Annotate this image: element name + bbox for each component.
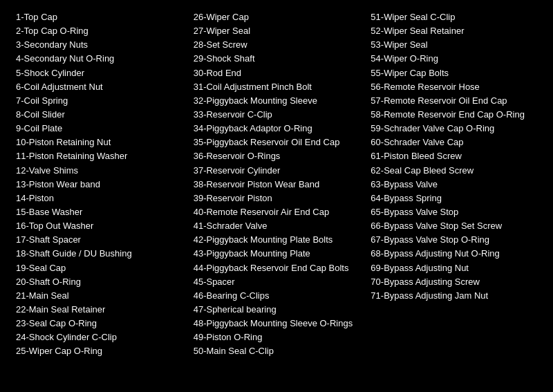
column-3: 51-Wiper Seal C-Clip52-Wiper Seal Retain… (365, 7, 543, 362)
list-item: 42-Piggyback Mounting Plate Bolts (194, 233, 360, 247)
list-item: 30-Rod End (194, 66, 360, 80)
list-item: 39-Reservoir Piston (194, 192, 360, 205)
list-item: 45-Spacer (194, 275, 360, 289)
list-item: 1-Top Cap (16, 10, 182, 24)
list-item: 8-Coil Slider (16, 108, 182, 122)
list-item: 6-Coil Adjustment Nut (16, 80, 182, 94)
list-item: 64-Bypass Spring (371, 192, 537, 205)
list-item: 11-Piston Retaining Washer (16, 149, 182, 163)
list-item: 18-Shaft Guide / DU Bushing (16, 247, 182, 261)
list-item: 28-Set Screw (194, 38, 360, 52)
parts-list: 1-Top Cap2-Top Cap O-Ring3-Secondary Nut… (10, 7, 543, 362)
list-item: 44-Piggyback Reservoir End Cap Bolts (194, 261, 360, 275)
list-item: 5-Shock Cylinder (16, 66, 182, 80)
list-item: 2-Top Cap O-Ring (16, 24, 182, 38)
list-item: 3-Secondary Nuts (16, 38, 182, 52)
list-item: 36-Reservoir O-Rings (194, 149, 360, 163)
list-item: 55-Wiper Cap Bolts (371, 66, 537, 80)
list-item: 40-Remote Reservoir Air End Cap (194, 205, 360, 219)
list-item: 48-Piggyback Mounting Sleeve O-Rings (194, 317, 360, 330)
list-item: 38-Reservoir Piston Wear Band (194, 178, 360, 192)
list-item: 21-Main Seal (16, 289, 182, 303)
list-item: 33-Reservoir C-Clip (194, 108, 360, 122)
list-item: 26-Wiper Cap (194, 10, 360, 24)
list-item: 69-Bypass Adjusting Nut (371, 261, 537, 275)
list-item: 52-Wiper Seal Retainer (371, 24, 537, 38)
list-item: 59-Schrader Valve Cap O-Ring (371, 122, 537, 136)
list-item: 49-Piston O-Ring (194, 330, 360, 344)
list-item: 27-Wiper Seal (194, 24, 360, 38)
list-item: 29-Shock Shaft (194, 52, 360, 66)
list-item: 32-Piggyback Mounting Sleeve (194, 94, 360, 108)
list-item: 23-Seal Cap O-Ring (16, 317, 182, 330)
list-item: 15-Base Washer (16, 205, 182, 219)
list-item: 68-Bypass Adjusting Nut O-Ring (371, 247, 537, 261)
list-item: 37-Reservoir Cylinder (194, 164, 360, 178)
list-item: 35-Piggyback Reservoir Oil End Cap (194, 136, 360, 149)
list-item: 47-Spherical bearing (194, 303, 360, 317)
list-item: 31-Coil Adjustment Pinch Bolt (194, 80, 360, 94)
list-item: 67-Bypass Valve Stop O-Ring (371, 233, 537, 247)
list-item: 57-Remote Reservoir Oil End Cap (371, 94, 537, 108)
list-item: 56-Remote Reservoir Hose (371, 80, 537, 94)
list-item: 54-Wiper O-Ring (371, 52, 537, 66)
list-item: 22-Main Seal Retainer (16, 303, 182, 317)
list-item: 50-Main Seal C-Clip (194, 344, 360, 358)
list-item: 66-Bypass Valve Stop Set Screw (371, 219, 537, 233)
list-item: 9-Coil Plate (16, 122, 182, 136)
list-item: 7-Coil Spring (16, 94, 182, 108)
list-item: 25-Wiper Cap O-Ring (16, 344, 182, 358)
list-item: 24-Shock Cylinder C-Clip (16, 330, 182, 344)
column-1: 1-Top Cap2-Top Cap O-Ring3-Secondary Nut… (10, 7, 188, 362)
list-item: 71-Bypass Adjusting Jam Nut (371, 289, 537, 303)
list-item: 34-Piggyback Adaptor O-Ring (194, 122, 360, 136)
list-item: 20-Shaft O-Ring (16, 275, 182, 289)
list-item: 63-Bypass Valve (371, 178, 537, 192)
list-item: 65-Bypass Valve Stop (371, 205, 537, 219)
list-item: 46-Bearing C-Clips (194, 289, 360, 303)
list-item: 58-Remote Reservoir End Cap O-Ring (371, 108, 537, 122)
list-item: 14-Piston (16, 192, 182, 205)
list-item: 19-Seal Cap (16, 261, 182, 275)
list-item: 16-Top Out Washer (16, 219, 182, 233)
list-item: 10-Piston Retaining Nut (16, 136, 182, 149)
list-item: 17-Shaft Spacer (16, 233, 182, 247)
list-item: 62-Seal Cap Bleed Screw (371, 164, 537, 178)
list-item: 53-Wiper Seal (371, 38, 537, 52)
list-item: 13-Piston Wear band (16, 178, 182, 192)
list-item: 61-Piston Bleed Screw (371, 149, 537, 163)
list-item: 60-Schrader Valve Cap (371, 136, 537, 149)
list-item: 70-Bypass Adjusting Screw (371, 275, 537, 289)
list-item: 43-Piggyback Mounting Plate (194, 247, 360, 261)
list-item: 12-Valve Shims (16, 164, 182, 178)
column-2: 26-Wiper Cap27-Wiper Seal28-Set Screw29-… (188, 7, 366, 362)
list-item: 51-Wiper Seal C-Clip (371, 10, 537, 24)
list-item: 41-Schrader Valve (194, 219, 360, 233)
list-item: 4-Secondary Nut O-Ring (16, 52, 182, 66)
